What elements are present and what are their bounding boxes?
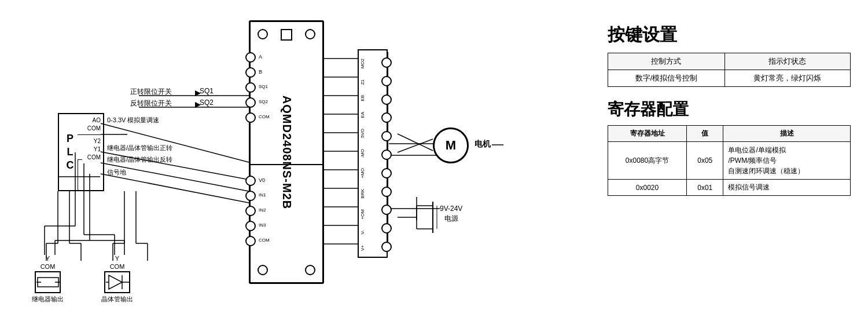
relay-out-label: 继电器输出	[32, 295, 64, 304]
pin-label-sq2: SQ2	[259, 99, 268, 104]
info-panel: 按键设置 控制方式 指示灯状态 数字/模拟信号控制 黄灯常亮，绿灯闪烁 寄存器配…	[608, 23, 851, 196]
pin-label-a: A	[259, 54, 262, 60]
sq2-arrow	[195, 102, 201, 108]
pin-label-in2: IN2	[259, 207, 266, 213]
key-table-row0-col1: 黄灯常亮，绿灯闪烁	[724, 70, 850, 87]
key-table-header-control: 控制方式	[608, 53, 725, 70]
conn-label-om-pos: +OM	[360, 209, 365, 220]
reg-row0-desc: 单电位器/单端模拟/PWM/频率信号自测速闭环调速（稳速）	[723, 142, 851, 180]
pin-label-sq1: SQ1	[259, 84, 268, 89]
plc-block: PLC AO COM Y2 Y1 COM	[58, 113, 104, 191]
register-config-table: 寄存器地址 值 描述 0x0080高字节 0x05 单电位器/单端模拟/PWM/…	[608, 125, 851, 196]
reg-table-header-val: 值	[687, 126, 723, 142]
sq1-arrow	[195, 90, 201, 96]
pin-label-in1: IN1	[259, 192, 266, 198]
label-sq1: SQ1	[200, 87, 214, 95]
key-table-header-light: 指示灯状态	[724, 53, 850, 70]
plc-port-y2: Y2	[94, 138, 101, 144]
reg-table-header-addr: 寄存器地址	[608, 126, 687, 142]
reg-row1-addr: 0x0020	[608, 180, 687, 196]
conn-label-mo-pos: +MO	[360, 168, 365, 178]
chip-model-label: AQMD2408NS-M2B	[280, 95, 293, 209]
conn-label-5vo: 5VO	[360, 129, 365, 138]
transistor-output-block: Y COM 晶体管输出	[101, 255, 133, 304]
label-sq2: SQ2	[200, 99, 214, 107]
main-chip: AQMD2408NS-M2B A B SQ1 SQ2 COM V0 IN1 IN…	[249, 20, 324, 284]
conn-label-mo-neg: -MO	[360, 149, 365, 158]
pin-label-com-bot: COM	[259, 238, 270, 243]
relay-output-block: Y COM 继电器输出	[32, 255, 64, 304]
reg-row0-val: 0x05	[687, 142, 723, 180]
plc-port-ao: AO	[93, 117, 101, 123]
pin-label-com-top: COM	[259, 114, 270, 119]
right-connector-block: MO2 Z1 EB EA 5VO -MO +MO BRK +OM V- V+	[358, 49, 388, 258]
conn-label-z1: Z1	[360, 79, 365, 85]
reg-row1-desc: 模拟信号调速	[723, 180, 851, 196]
label-signal-ground: 信号地	[107, 168, 126, 177]
svg-line-3	[101, 163, 249, 191]
reg-row0-addr: 0x0080高字节	[608, 142, 687, 180]
plc-port-y1: Y1	[94, 146, 101, 152]
conn-label-ea: EA	[360, 112, 365, 118]
plc-port-com1: COM	[87, 125, 101, 132]
svg-marker-53	[109, 275, 122, 289]
conn-label-v-neg: V-	[360, 230, 365, 235]
transistor-out-label: 晶体管输出	[101, 295, 133, 304]
label-relay-reverse: 继电器/晶体管输出反转	[107, 155, 172, 164]
motor-label: 电机	[475, 139, 491, 149]
conn-label-brk: BRK	[360, 189, 365, 198]
svg-line-42	[398, 139, 433, 152]
key-settings-title: 按键设置	[608, 23, 851, 47]
label-reverse-limit: 反转限位开关	[130, 99, 172, 108]
conn-label-mo2: MO2	[360, 59, 365, 68]
svg-line-4	[101, 174, 249, 203]
pin-label-in3: IN3	[259, 223, 266, 228]
conn-label-v-pos: V+	[360, 245, 365, 251]
key-settings-table: 控制方式 指示灯状态 数字/模拟信号控制 黄灯常亮，绿灯闪烁	[608, 53, 851, 87]
pin-label-b: B	[259, 69, 262, 75]
label-forward-limit: 正转限位开关	[130, 87, 172, 97]
key-table-row0-col0: 数字/模拟信号控制	[608, 70, 725, 87]
motor-circle: M	[433, 127, 469, 163]
power-label: 9V-24V电源	[440, 204, 462, 224]
plc-label: PLC	[64, 132, 76, 172]
label-analog-speed: 0-3.3V 模拟量调速	[107, 116, 159, 125]
conn-label-eb: EB	[360, 95, 365, 101]
label-relay-forward: 继电器/晶体管输出正转	[107, 144, 172, 152]
register-config-title: 寄存器配置	[608, 99, 851, 121]
svg-line-43	[398, 134, 433, 151]
pin-label-v0: V0	[259, 177, 265, 183]
reg-table-header-desc: 描述	[723, 126, 851, 142]
plc-port-com2: COM	[87, 154, 101, 161]
reg-row1-val: 0x01	[687, 180, 723, 196]
